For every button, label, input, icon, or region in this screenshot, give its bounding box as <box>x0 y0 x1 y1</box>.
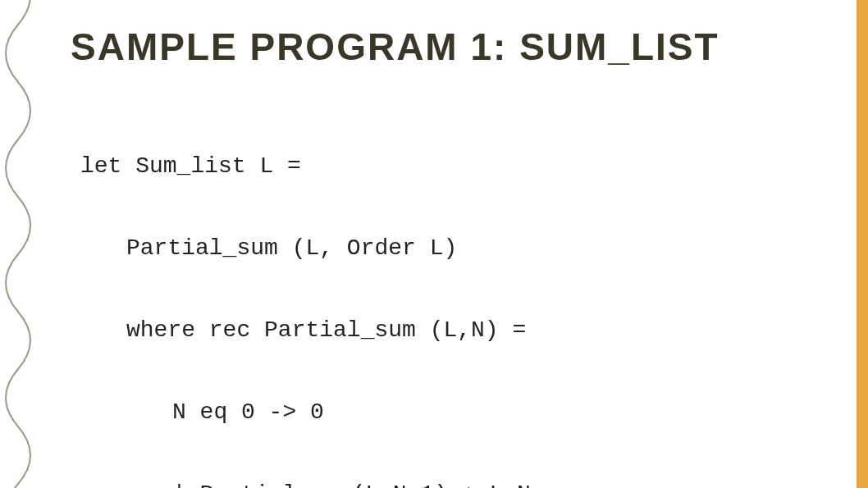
slide-title: SAMPLE PROGRAM 1: SUM_LIST <box>71 25 720 69</box>
code-line: Partial_sum (L, Order L) <box>80 228 646 269</box>
code-line: N eq 0 -> 0 <box>80 392 646 433</box>
slide: SAMPLE PROGRAM 1: SUM_LIST let Sum_list … <box>0 0 868 488</box>
code-block: let Sum_list L = Partial_sum (L, Order L… <box>80 105 646 488</box>
code-line: let Sum_list L = <box>80 146 646 187</box>
code-line: | Partial_sum(L,N-1) + L N <box>80 474 646 488</box>
decorative-right-bar <box>857 0 868 488</box>
decorative-wave <box>0 0 56 488</box>
code-line: where rec Partial_sum (L,N) = <box>80 310 646 351</box>
